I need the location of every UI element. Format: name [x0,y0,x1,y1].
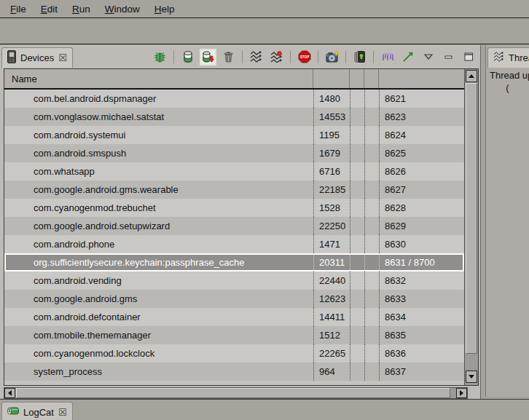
cell-pid: 1679 [313,144,350,162]
cell-pid: 6716 [313,162,350,181]
horizontal-scrollbar[interactable] [4,387,468,399]
column-header-heap[interactable] [350,69,364,88]
stop-label: STOP [299,55,308,59]
stop-process-icon[interactable]: STOP [297,50,311,64]
debug-attach-icon[interactable] [153,50,167,64]
cell-heap-indicator [350,217,364,235]
table-row[interactable]: com.google.android.setupwizard 22250 862… [4,217,464,235]
tab-threads[interactable]: Threads [487,47,529,68]
table-row[interactable]: com.android.smspush 1679 8625 [4,144,464,162]
table-row[interactable]: com.tmobile.thememanager 1512 8635 [4,326,464,344]
menu-help[interactable]: Help [147,1,182,17]
table-row[interactable]: org.sufficientlysecure.keychain:passphra… [4,253,464,272]
cell-thread-indicator [364,144,379,162]
cell-thread-indicator [364,217,379,235]
tab-logcat[interactable]: LogCat ☒ [1,402,73,420]
table-row[interactable]: com.bel.android.dspmanager 1480 8621 [4,90,464,108]
cell-heap-indicator [350,253,364,272]
table-row[interactable]: system_process 964 8637 [4,362,464,381]
cause-gc-icon[interactable] [222,50,235,64]
tab-devices[interactable]: Devices ☒ [1,47,73,68]
cell-pid: 964 [313,362,350,381]
cell-thread-indicator [364,108,379,126]
table-row[interactable]: com.vonglasow.michael.satstat 14553 8623 [4,108,464,126]
view-menu-icon[interactable] [421,50,435,64]
scroll-down-button[interactable] [466,371,477,383]
hierarchy-view-icon[interactable] [380,50,394,64]
column-header-port[interactable] [379,69,464,88]
cell-process-name: com.android.phone [4,235,313,253]
devices-toolbar: STOP [153,47,476,66]
cell-heap-indicator [350,90,364,108]
menu-run[interactable]: Run [65,1,98,17]
cell-debug-port: 8624 [379,126,464,144]
trace-arrow-icon[interactable] [401,50,415,64]
device-screens-icon[interactable] [353,50,367,64]
method-profiling-icon[interactable] [270,50,283,64]
cell-debug-port: 8631 / 8700 [379,253,464,272]
table-row[interactable]: com.android.phone 1471 8630 [4,235,464,253]
table-row[interactable]: com.cyanogenmod.trebuchet 1528 8628 [4,199,464,217]
cell-pid: 20311 [313,253,350,272]
column-header-threads[interactable] [364,69,379,88]
scroll-up-button[interactable] [466,70,477,82]
threads-panel: Threads Thread up ( [485,45,529,397]
menubar: FileEditRunWindowHelp [0,0,529,18]
table-row[interactable]: com.cyanogenmod.lockclock 22265 8636 [4,344,464,362]
table-row[interactable]: com.android.defcontainer 14411 8634 [4,308,464,326]
horizontal-scrollbar-thumb[interactable] [16,388,450,398]
toolbar-separator [173,51,174,63]
vertical-scrollbar-thumb[interactable] [466,83,477,354]
cell-thread-indicator [364,326,379,344]
maximize-icon[interactable] [462,50,476,64]
cell-heap-indicator [350,199,364,217]
cell-debug-port: 8636 [379,344,464,362]
vertical-scrollbar[interactable] [464,69,478,385]
cell-process-name: com.android.smspush [4,144,313,162]
cell-process-name: org.sufficientlysecure.keychain:passphra… [4,253,313,272]
cell-thread-indicator [364,362,379,381]
tab-logcat-label: LogCat [23,407,54,418]
cell-thread-indicator [364,126,379,144]
threads-icon [493,52,504,64]
table-row[interactable]: com.google.android.gms 12623 8633 [4,290,464,308]
table-row[interactable]: com.android.vending 22440 8632 [4,272,464,290]
threads-message-line1: Thread up [486,68,529,81]
update-threads-icon[interactable] [249,50,263,64]
cell-thread-indicator [364,308,379,326]
cell-thread-indicator [364,272,379,290]
cell-pid: 1471 [313,235,350,253]
threads-content: Thread up ( [486,68,529,397]
table-row[interactable]: com.android.systemui 1195 8624 [4,126,464,144]
dump-hprof-icon[interactable] [201,50,215,64]
update-heap-icon[interactable] [181,50,195,64]
phone-icon [7,50,16,66]
menu-file[interactable]: File [3,1,34,17]
menu-window[interactable]: Window [98,1,147,17]
cell-thread-indicator [364,253,379,272]
cell-heap-indicator [350,126,364,144]
close-icon[interactable]: ☒ [58,408,67,417]
cell-process-name: com.google.android.setupwizard [4,217,313,235]
column-header-pid[interactable] [313,69,350,88]
minimize-icon[interactable] [442,50,455,64]
scroll-right-button[interactable] [456,388,467,398]
table-row[interactable]: com.whatsapp 6716 8626 [4,162,464,181]
scroll-left-button[interactable] [4,388,15,398]
cell-debug-port: 8629 [379,217,464,235]
cell-heap-indicator [350,162,364,181]
cell-debug-port: 8637 [379,362,464,381]
screen-capture-icon[interactable] [325,50,339,64]
close-icon[interactable]: ☒ [58,53,67,63]
cell-debug-port: 8627 [379,181,464,199]
cell-pid: 12623 [313,290,350,308]
cell-process-name: com.android.defcontainer [4,308,313,326]
menu-edit[interactable]: Edit [34,1,65,17]
cell-pid: 1528 [313,199,350,217]
cell-process-name: com.cyanogenmod.trebuchet [4,199,313,217]
toolbar-separator [290,51,291,63]
table-row[interactable]: com.google.android.gms.wearable 22185 86… [4,181,464,199]
cell-heap-indicator [350,290,364,308]
column-header-name[interactable]: Name [4,69,313,88]
cell-pid: 14411 [313,308,350,326]
